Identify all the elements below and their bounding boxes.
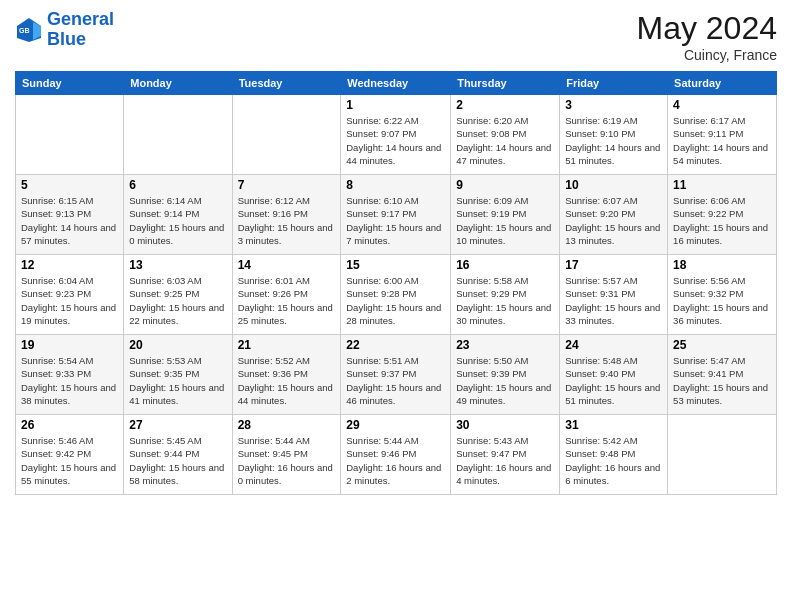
day-cell-0-1 — [124, 95, 232, 175]
day-cell-3-1: 20 Sunrise: 5:53 AM Sunset: 9:35 PM Dayl… — [124, 335, 232, 415]
daylight-text: Daylight: 15 hours and 55 minutes. — [21, 462, 116, 486]
sunset-text: Sunset: 9:33 PM — [21, 368, 91, 379]
sunrise-text: Sunrise: 5:46 AM — [21, 435, 93, 446]
day-number: 6 — [129, 178, 226, 192]
day-number: 17 — [565, 258, 662, 272]
daylight-text: Daylight: 15 hours and 16 minutes. — [673, 222, 768, 246]
day-number: 1 — [346, 98, 445, 112]
sunset-text: Sunset: 9:36 PM — [238, 368, 308, 379]
day-info: Sunrise: 5:51 AM Sunset: 9:37 PM Dayligh… — [346, 354, 445, 407]
title-area: May 2024 Cuincy, France — [636, 10, 777, 63]
day-info: Sunrise: 6:07 AM Sunset: 9:20 PM Dayligh… — [565, 194, 662, 247]
day-info: Sunrise: 5:43 AM Sunset: 9:47 PM Dayligh… — [456, 434, 554, 487]
sunset-text: Sunset: 9:48 PM — [565, 448, 635, 459]
day-cell-2-4: 16 Sunrise: 5:58 AM Sunset: 9:29 PM Dayl… — [451, 255, 560, 335]
day-info: Sunrise: 6:06 AM Sunset: 9:22 PM Dayligh… — [673, 194, 771, 247]
day-cell-3-6: 25 Sunrise: 5:47 AM Sunset: 9:41 PM Dayl… — [668, 335, 777, 415]
day-info: Sunrise: 6:19 AM Sunset: 9:10 PM Dayligh… — [565, 114, 662, 167]
day-info: Sunrise: 6:22 AM Sunset: 9:07 PM Dayligh… — [346, 114, 445, 167]
day-cell-2-2: 14 Sunrise: 6:01 AM Sunset: 9:26 PM Dayl… — [232, 255, 341, 335]
daylight-text: Daylight: 15 hours and 13 minutes. — [565, 222, 660, 246]
sunset-text: Sunset: 9:47 PM — [456, 448, 526, 459]
sunrise-text: Sunrise: 6:07 AM — [565, 195, 637, 206]
calendar: Sunday Monday Tuesday Wednesday Thursday… — [15, 71, 777, 495]
header-monday: Monday — [124, 72, 232, 95]
calendar-header: Sunday Monday Tuesday Wednesday Thursday… — [16, 72, 777, 95]
daylight-text: Daylight: 15 hours and 3 minutes. — [238, 222, 333, 246]
day-info: Sunrise: 5:45 AM Sunset: 9:44 PM Dayligh… — [129, 434, 226, 487]
daylight-text: Daylight: 15 hours and 0 minutes. — [129, 222, 224, 246]
header-thursday: Thursday — [451, 72, 560, 95]
day-number: 12 — [21, 258, 118, 272]
day-number: 28 — [238, 418, 336, 432]
day-number: 8 — [346, 178, 445, 192]
daylight-text: Daylight: 15 hours and 36 minutes. — [673, 302, 768, 326]
day-cell-2-6: 18 Sunrise: 5:56 AM Sunset: 9:32 PM Dayl… — [668, 255, 777, 335]
svg-text:GB: GB — [19, 27, 30, 34]
sunrise-text: Sunrise: 6:01 AM — [238, 275, 310, 286]
logo-line2: Blue — [47, 29, 86, 49]
day-info: Sunrise: 5:42 AM Sunset: 9:48 PM Dayligh… — [565, 434, 662, 487]
sunset-text: Sunset: 9:37 PM — [346, 368, 416, 379]
day-cell-3-0: 19 Sunrise: 5:54 AM Sunset: 9:33 PM Dayl… — [16, 335, 124, 415]
sunset-text: Sunset: 9:07 PM — [346, 128, 416, 139]
day-number: 9 — [456, 178, 554, 192]
day-number: 14 — [238, 258, 336, 272]
sunrise-text: Sunrise: 5:51 AM — [346, 355, 418, 366]
daylight-text: Daylight: 15 hours and 44 minutes. — [238, 382, 333, 406]
day-info: Sunrise: 6:15 AM Sunset: 9:13 PM Dayligh… — [21, 194, 118, 247]
sunrise-text: Sunrise: 6:09 AM — [456, 195, 528, 206]
location: Cuincy, France — [636, 47, 777, 63]
day-number: 26 — [21, 418, 118, 432]
sunrise-text: Sunrise: 5:43 AM — [456, 435, 528, 446]
day-info: Sunrise: 6:04 AM Sunset: 9:23 PM Dayligh… — [21, 274, 118, 327]
day-cell-0-3: 1 Sunrise: 6:22 AM Sunset: 9:07 PM Dayli… — [341, 95, 451, 175]
sunset-text: Sunset: 9:39 PM — [456, 368, 526, 379]
day-number: 10 — [565, 178, 662, 192]
daylight-text: Daylight: 15 hours and 30 minutes. — [456, 302, 551, 326]
header-sunday: Sunday — [16, 72, 124, 95]
day-cell-1-3: 8 Sunrise: 6:10 AM Sunset: 9:17 PM Dayli… — [341, 175, 451, 255]
day-number: 2 — [456, 98, 554, 112]
daylight-text: Daylight: 15 hours and 38 minutes. — [21, 382, 116, 406]
day-cell-2-3: 15 Sunrise: 6:00 AM Sunset: 9:28 PM Dayl… — [341, 255, 451, 335]
day-info: Sunrise: 6:17 AM Sunset: 9:11 PM Dayligh… — [673, 114, 771, 167]
daylight-text: Daylight: 14 hours and 54 minutes. — [673, 142, 768, 166]
sunset-text: Sunset: 9:13 PM — [21, 208, 91, 219]
day-cell-1-4: 9 Sunrise: 6:09 AM Sunset: 9:19 PM Dayli… — [451, 175, 560, 255]
day-number: 15 — [346, 258, 445, 272]
day-number: 3 — [565, 98, 662, 112]
day-cell-3-2: 21 Sunrise: 5:52 AM Sunset: 9:36 PM Dayl… — [232, 335, 341, 415]
day-cell-4-6 — [668, 415, 777, 495]
sunrise-text: Sunrise: 6:20 AM — [456, 115, 528, 126]
day-info: Sunrise: 5:47 AM Sunset: 9:41 PM Dayligh… — [673, 354, 771, 407]
sunrise-text: Sunrise: 5:44 AM — [238, 435, 310, 446]
day-info: Sunrise: 6:10 AM Sunset: 9:17 PM Dayligh… — [346, 194, 445, 247]
day-info: Sunrise: 5:53 AM Sunset: 9:35 PM Dayligh… — [129, 354, 226, 407]
sunrise-text: Sunrise: 5:45 AM — [129, 435, 201, 446]
daylight-text: Daylight: 15 hours and 33 minutes. — [565, 302, 660, 326]
day-cell-1-6: 11 Sunrise: 6:06 AM Sunset: 9:22 PM Dayl… — [668, 175, 777, 255]
day-number: 23 — [456, 338, 554, 352]
sunset-text: Sunset: 9:32 PM — [673, 288, 743, 299]
day-number: 20 — [129, 338, 226, 352]
daylight-text: Daylight: 15 hours and 51 minutes. — [565, 382, 660, 406]
sunrise-text: Sunrise: 6:15 AM — [21, 195, 93, 206]
sunset-text: Sunset: 9:10 PM — [565, 128, 635, 139]
day-cell-1-2: 7 Sunrise: 6:12 AM Sunset: 9:16 PM Dayli… — [232, 175, 341, 255]
day-cell-4-3: 29 Sunrise: 5:44 AM Sunset: 9:46 PM Dayl… — [341, 415, 451, 495]
week-row-4: 26 Sunrise: 5:46 AM Sunset: 9:42 PM Dayl… — [16, 415, 777, 495]
daylight-text: Daylight: 16 hours and 4 minutes. — [456, 462, 551, 486]
day-info: Sunrise: 5:44 AM Sunset: 9:46 PM Dayligh… — [346, 434, 445, 487]
week-row-2: 12 Sunrise: 6:04 AM Sunset: 9:23 PM Dayl… — [16, 255, 777, 335]
day-info: Sunrise: 6:03 AM Sunset: 9:25 PM Dayligh… — [129, 274, 226, 327]
day-info: Sunrise: 5:54 AM Sunset: 9:33 PM Dayligh… — [21, 354, 118, 407]
day-info: Sunrise: 6:14 AM Sunset: 9:14 PM Dayligh… — [129, 194, 226, 247]
sunrise-text: Sunrise: 5:57 AM — [565, 275, 637, 286]
day-number: 27 — [129, 418, 226, 432]
day-cell-2-5: 17 Sunrise: 5:57 AM Sunset: 9:31 PM Dayl… — [560, 255, 668, 335]
sunrise-text: Sunrise: 5:52 AM — [238, 355, 310, 366]
header-tuesday: Tuesday — [232, 72, 341, 95]
day-info: Sunrise: 5:46 AM Sunset: 9:42 PM Dayligh… — [21, 434, 118, 487]
sunrise-text: Sunrise: 6:14 AM — [129, 195, 201, 206]
